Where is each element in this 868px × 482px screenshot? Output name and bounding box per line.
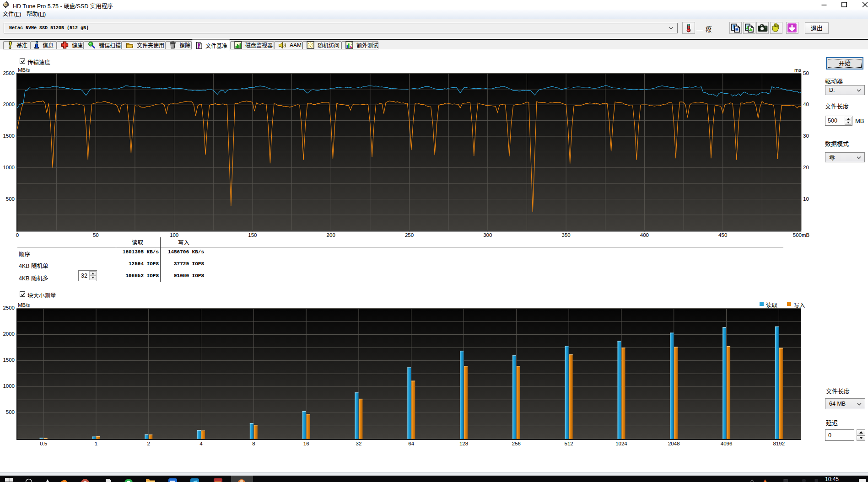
read-bar — [250, 423, 253, 439]
taskbar-search-icon[interactable] — [24, 478, 35, 482]
taskbar-app-3[interactable] — [80, 478, 91, 482]
seq-read-value: 1801395 KB/s — [110, 249, 159, 255]
block-size-chart — [16, 308, 802, 441]
extra-tests-icon — [345, 41, 353, 49]
spin-down-button[interactable] — [845, 121, 852, 125]
read-bar — [355, 392, 358, 439]
tab-info[interactable]: 信息 — [30, 41, 57, 49]
tab-strip: 基准 信息 健康 错误扫描 文件夹使用 擦除 文件基准 — [0, 40, 868, 49]
tab-file-benchmark[interactable]: 文件基准 — [192, 39, 230, 51]
start-button[interactable]: 开始 — [826, 57, 863, 70]
minimize-button[interactable] — [819, 0, 829, 9]
taskbar-folder-icon[interactable] — [145, 478, 156, 482]
taskbar-start-button[interactable] — [4, 478, 15, 482]
spin-down-button[interactable] — [89, 276, 96, 280]
tray-icon-4[interactable] — [811, 478, 822, 482]
taskbar-active-app[interactable] — [231, 476, 253, 482]
taskbar-app-4[interactable] — [103, 478, 114, 482]
aam-icon — [278, 42, 286, 49]
write-bar — [727, 346, 730, 439]
file-length-spinner[interactable]: 500 — [825, 116, 852, 126]
block-size-checkbox[interactable] — [20, 291, 25, 297]
tab-label: 磁盘监视器 — [245, 41, 273, 49]
tab-health[interactable]: 健康 — [57, 41, 84, 49]
transfer-speed-checkbox[interactable] — [20, 58, 25, 64]
y-axis-unit-label: MB/s — [18, 302, 30, 308]
drive-combo[interactable]: D: — [825, 85, 865, 95]
write-bar-cap — [96, 436, 100, 437]
write-bar — [201, 430, 205, 439]
read-bar-cap — [512, 355, 516, 356]
queue-depth-spinner[interactable]: 32 — [78, 270, 97, 281]
tab-label: 健康 — [72, 41, 83, 49]
spin-down-button[interactable] — [857, 435, 865, 441]
show-desktop-button[interactable] — [859, 479, 866, 482]
taskbar-app-1[interactable] — [42, 478, 53, 482]
disk-monitor-icon — [234, 41, 242, 49]
maximize-button[interactable] — [839, 0, 849, 9]
menu-file[interactable]: 文件(F) — [1, 10, 22, 19]
temperature-button[interactable] — [682, 22, 695, 34]
rand-multi-write-value: 91080 IOPS — [155, 273, 204, 278]
y-axis-tick-label: 2500 — [1, 305, 15, 311]
tab-erase[interactable]: 擦除 — [165, 41, 192, 49]
tray-icon-2[interactable] — [780, 478, 791, 482]
tray-chevron-icon[interactable] — [747, 478, 758, 482]
file-length-label: 文件长度 — [825, 102, 849, 110]
spin-up-button[interactable] — [845, 117, 852, 121]
save-download-icon — [787, 23, 797, 33]
write-bar — [779, 348, 783, 439]
tab-label: 基准 — [16, 41, 27, 49]
copy-image-button[interactable] — [743, 22, 755, 34]
write-bar-cap — [674, 347, 678, 347]
taskbar-app-7[interactable] — [189, 478, 200, 482]
taskbar-app-6[interactable] — [167, 478, 178, 482]
write-bar-cap — [779, 348, 783, 348]
x-axis-tick-label: 512 — [555, 441, 582, 446]
read-bar-cap — [670, 332, 674, 333]
screenshot-button[interactable] — [756, 22, 769, 34]
folder-usage-icon — [126, 42, 134, 48]
temperature-value: — 癈 — [696, 24, 712, 33]
error-scan-icon — [88, 41, 96, 49]
read-bar-cap — [407, 367, 411, 368]
close-button[interactable] — [860, 0, 868, 9]
legend-write-swatch — [787, 302, 792, 306]
copy-text-button[interactable] — [729, 22, 742, 34]
write-bar — [517, 366, 520, 439]
delay-value: 0 — [828, 432, 831, 439]
spin-up-button[interactable] — [857, 429, 865, 435]
tab-disk-monitor[interactable]: 磁盘监视器 — [230, 41, 274, 49]
tab-folder-usage[interactable]: 文件夹使用 — [122, 41, 165, 49]
tab-benchmark[interactable]: 基准 — [3, 41, 30, 49]
taskbar-clock[interactable]: 10:45 — [825, 476, 839, 482]
chevron-down-icon — [857, 89, 861, 92]
x-axis-tick-label: 16 — [292, 441, 320, 446]
copy-image-icon — [744, 23, 754, 33]
menu-help[interactable]: 帮助(H) — [26, 10, 47, 19]
exit-button[interactable]: 退出 — [805, 22, 829, 34]
tray-icon-1[interactable] — [760, 478, 771, 482]
save-results-button[interactable] — [786, 22, 798, 34]
row-4k-single-label: 4KB 随机单 — [19, 261, 49, 270]
data-mode-combo[interactable]: 零 — [825, 152, 865, 162]
taskbar-app-5[interactable] — [123, 478, 134, 482]
tray-icon-3[interactable] — [798, 478, 809, 482]
write-bar-cap — [464, 366, 468, 366]
delay-input[interactable]: 0 — [825, 429, 854, 441]
taskbar-app-2[interactable] — [58, 478, 69, 482]
copy-text-icon — [731, 23, 740, 33]
tab-error-scan[interactable]: 错误扫描 — [84, 41, 122, 49]
aam-hand-button[interactable] — [770, 22, 782, 34]
file-length2-combo[interactable]: 64 MB — [825, 398, 865, 409]
tab-aam[interactable]: AAM — [274, 41, 302, 49]
taskbar-app-8[interactable] — [212, 478, 223, 482]
write-bar — [411, 380, 415, 439]
spin-up-button[interactable] — [89, 271, 96, 276]
rand-multi-read-value: 108852 IOPS — [110, 273, 159, 278]
tab-extra-tests[interactable]: 额外测试 — [341, 41, 378, 49]
y-axis-tick-label: 1000 — [1, 165, 15, 170]
tab-random-access[interactable]: 随机访问 — [302, 41, 341, 49]
y-axis-tick-label: 500 — [1, 196, 15, 202]
drive-select-combo[interactable]: Netac NVMe SSD 512GB (512 gB) — [4, 23, 678, 33]
